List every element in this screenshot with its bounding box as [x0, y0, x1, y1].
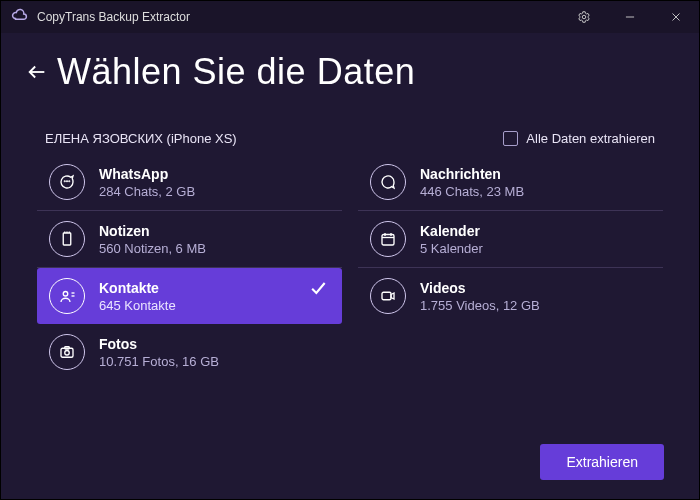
calendar-icon [370, 221, 406, 257]
item-kontakte[interactable]: Kontakte 645 Kontakte [37, 268, 342, 324]
item-sub: 645 Kontakte [99, 298, 176, 313]
extract-all-checkbox[interactable]: Alle Daten extrahieren [503, 131, 655, 146]
extract-button[interactable]: Extrahieren [540, 444, 664, 480]
back-button[interactable] [23, 58, 51, 86]
arrow-left-icon [26, 61, 48, 83]
item-kalender[interactable]: Kalender 5 Kalender [358, 211, 663, 268]
item-notizen[interactable]: Notizen 560 Notizen, 6 MB [37, 211, 342, 268]
svg-point-12 [63, 292, 68, 297]
svg-point-6 [67, 181, 68, 182]
checkmark-icon [308, 278, 328, 302]
item-label: Kontakte [99, 280, 176, 296]
right-column: Nachrichten 446 Chats, 23 MB Kalender 5 … [358, 154, 663, 380]
messages-icon [370, 164, 406, 200]
minimize-button[interactable] [607, 1, 653, 33]
svg-rect-18 [382, 235, 394, 246]
svg-rect-22 [382, 292, 391, 300]
contacts-icon [49, 278, 85, 314]
extract-all-label: Alle Daten extrahieren [526, 131, 655, 146]
item-sub: 10.751 Fotos, 16 GB [99, 354, 219, 369]
svg-marker-23 [391, 293, 394, 299]
item-label: Kalender [420, 223, 483, 239]
item-label: WhatsApp [99, 166, 195, 182]
svg-point-0 [582, 15, 586, 19]
app-title: CopyTrans Backup Extractor [37, 10, 190, 24]
svg-point-16 [65, 351, 70, 356]
app-logo-icon [11, 8, 29, 26]
page-header: Wählen Sie die Daten [1, 33, 699, 99]
item-label: Notizen [99, 223, 206, 239]
gear-icon [577, 10, 591, 24]
checkbox-icon [503, 131, 518, 146]
item-sub: 560 Notizen, 6 MB [99, 241, 206, 256]
videos-icon [370, 278, 406, 314]
device-row: ЕЛЕНА ЯЗОВСКИХ (iPhone XS) Alle Daten ex… [1, 99, 699, 154]
item-nachrichten[interactable]: Nachrichten 446 Chats, 23 MB [358, 154, 663, 211]
settings-button[interactable] [561, 1, 607, 33]
page-title: Wählen Sie die Daten [57, 51, 415, 93]
item-sub: 5 Kalender [420, 241, 483, 256]
svg-rect-8 [63, 233, 71, 245]
photos-icon [49, 334, 85, 370]
whatsapp-icon [49, 164, 85, 200]
svg-point-5 [64, 181, 65, 182]
item-fotos[interactable]: Fotos 10.751 Fotos, 16 GB [37, 324, 342, 380]
notes-icon [49, 221, 85, 257]
data-grid: WhatsApp 284 Chats, 2 GB Notizen 560 Not… [1, 154, 699, 380]
device-name: ЕЛЕНА ЯЗОВСКИХ (iPhone XS) [45, 131, 237, 146]
svg-point-7 [69, 181, 70, 182]
titlebar: CopyTrans Backup Extractor [1, 1, 699, 33]
item-sub: 1.755 Videos, 12 GB [420, 298, 540, 313]
close-icon [669, 10, 683, 24]
item-videos[interactable]: Videos 1.755 Videos, 12 GB [358, 268, 663, 324]
footer: Extrahieren [540, 444, 664, 480]
minimize-icon [623, 10, 637, 24]
item-label: Videos [420, 280, 540, 296]
item-sub: 446 Chats, 23 MB [420, 184, 524, 199]
left-column: WhatsApp 284 Chats, 2 GB Notizen 560 Not… [37, 154, 342, 380]
item-whatsapp[interactable]: WhatsApp 284 Chats, 2 GB [37, 154, 342, 211]
item-label: Nachrichten [420, 166, 524, 182]
item-sub: 284 Chats, 2 GB [99, 184, 195, 199]
item-label: Fotos [99, 336, 219, 352]
close-button[interactable] [653, 1, 699, 33]
